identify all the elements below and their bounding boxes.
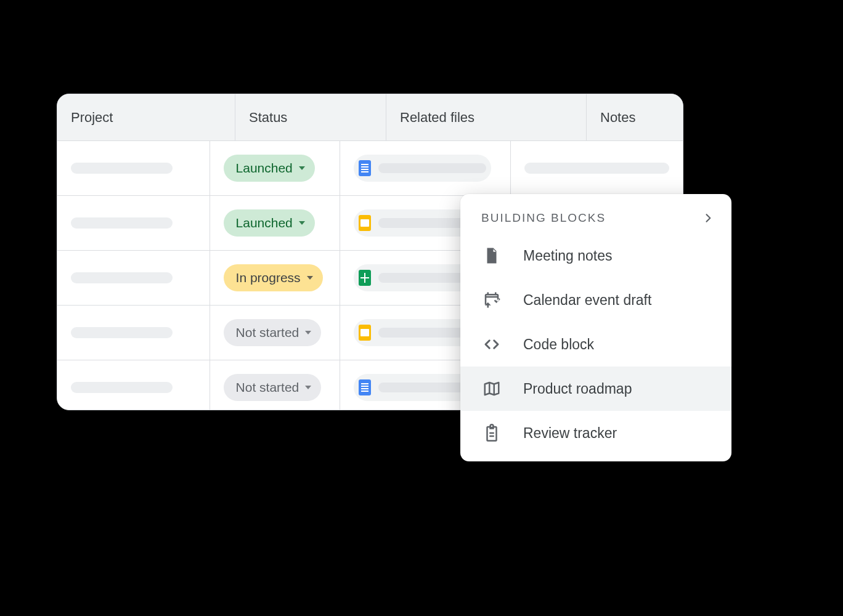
status-dropdown[interactable]: Launched bbox=[224, 155, 315, 182]
docs-icon bbox=[359, 379, 371, 395]
column-header-notes: Notes bbox=[587, 94, 683, 140]
map-icon bbox=[481, 378, 502, 399]
menu-item-meeting-notes[interactable]: Meeting notes bbox=[460, 233, 731, 278]
column-header-project: Project bbox=[57, 94, 235, 140]
placeholder bbox=[71, 217, 173, 229]
menu-item-calendar-event[interactable]: Calendar event draft bbox=[460, 278, 731, 322]
status-label: In progress bbox=[236, 270, 301, 285]
code-icon bbox=[481, 334, 502, 355]
file-chip[interactable] bbox=[354, 155, 491, 182]
menu-item-label: Product roadmap bbox=[523, 381, 632, 397]
status-label: Not started bbox=[236, 380, 299, 395]
status-dropdown[interactable]: Not started bbox=[224, 374, 322, 401]
status-dropdown[interactable]: Not started bbox=[224, 319, 322, 346]
chevron-down-icon bbox=[299, 166, 305, 170]
placeholder bbox=[71, 163, 173, 174]
menu-item-review-tracker[interactable]: Review tracker bbox=[460, 411, 731, 455]
status-label: Launched bbox=[236, 161, 293, 176]
menu-item-label: Meeting notes bbox=[523, 248, 612, 264]
status-label: Launched bbox=[236, 216, 293, 230]
chevron-down-icon bbox=[305, 331, 311, 334]
table-row: Launched bbox=[57, 140, 683, 195]
status-dropdown[interactable]: In progress bbox=[224, 264, 323, 291]
placeholder bbox=[378, 163, 486, 173]
sheets-icon bbox=[359, 270, 371, 286]
docs-icon bbox=[359, 160, 371, 176]
column-header-files: Related files bbox=[386, 94, 587, 140]
placeholder bbox=[71, 382, 173, 393]
chevron-down-icon bbox=[305, 386, 311, 389]
slides-icon bbox=[359, 215, 371, 231]
menu-item-label: Code block bbox=[523, 336, 594, 353]
menu-item-label: Calendar event draft bbox=[523, 292, 651, 309]
building-blocks-menu[interactable]: BUILDING BLOCKS Meeting notes Calendar e… bbox=[460, 194, 731, 461]
menu-header: BUILDING BLOCKS bbox=[460, 209, 731, 233]
slides-icon bbox=[359, 325, 371, 341]
menu-item-code-block[interactable]: Code block bbox=[460, 322, 731, 367]
placeholder bbox=[524, 163, 669, 174]
menu-item-label: Review tracker bbox=[523, 425, 617, 442]
file-icon bbox=[481, 245, 502, 266]
placeholder bbox=[71, 272, 173, 283]
clipboard-icon bbox=[481, 423, 502, 444]
placeholder bbox=[71, 327, 173, 338]
table-header-row: Project Status Related files Notes bbox=[57, 94, 683, 140]
status-label: Not started bbox=[236, 325, 299, 340]
chevron-down-icon bbox=[307, 276, 313, 280]
column-header-status: Status bbox=[235, 94, 386, 140]
calendar-icon bbox=[481, 290, 502, 310]
chevron-down-icon bbox=[299, 221, 305, 225]
menu-item-product-roadmap[interactable]: Product roadmap bbox=[460, 367, 731, 411]
status-dropdown[interactable]: Launched bbox=[224, 209, 315, 237]
chevron-right-icon[interactable] bbox=[702, 212, 714, 224]
menu-title: BUILDING BLOCKS bbox=[481, 211, 606, 225]
